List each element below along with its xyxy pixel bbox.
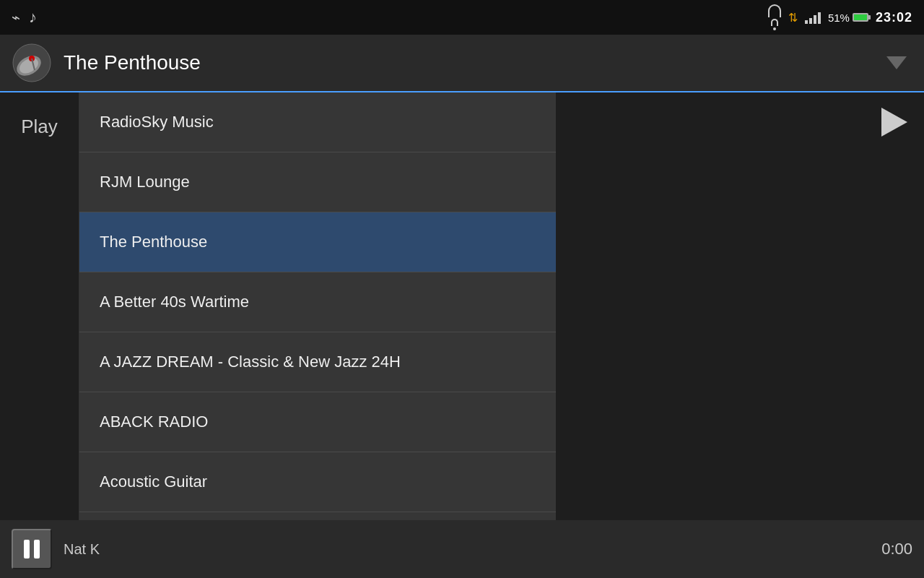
signal-bars xyxy=(805,11,821,24)
bottom-bar: Nat K 0:00 xyxy=(0,520,924,578)
now-playing-text: Nat K xyxy=(64,541,870,558)
list-item-selected[interactable]: The Penthouse xyxy=(79,212,556,272)
dropdown-arrow-icon[interactable] xyxy=(886,56,907,69)
pause-bar-left xyxy=(24,540,30,558)
time-display: 0:00 xyxy=(881,540,912,558)
pause-button[interactable] xyxy=(12,529,52,569)
play-button[interactable] xyxy=(876,104,912,140)
list-item[interactable]: A JAZZ DREAM - Classic & New Jazz 24H xyxy=(79,332,556,392)
pause-bar-right xyxy=(34,540,40,558)
usb-icon: ⌁ xyxy=(12,9,20,26)
play-triangle-icon xyxy=(881,108,907,137)
app-header: The Penthouse xyxy=(0,35,924,92)
status-bar-right: ⇅ 51% 23:02 xyxy=(768,4,912,30)
left-panel: Play xyxy=(0,92,79,520)
clock: 23:02 xyxy=(876,10,912,25)
app-logo xyxy=(12,43,52,83)
battery-icon xyxy=(853,13,868,22)
battery-percent: 51% xyxy=(828,12,850,24)
music-icon: ♪ xyxy=(29,8,37,27)
status-bar-left: ⌁ ♪ xyxy=(12,8,37,27)
list-item[interactable]: A Better 40s Wartime xyxy=(79,272,556,332)
list-item[interactable]: RadioSky Music xyxy=(79,92,556,152)
battery-indicator: 51% xyxy=(828,12,868,24)
main-area: Play RadioSky Music RJM Lounge The Penth… xyxy=(0,92,924,520)
dropdown-list[interactable]: RadioSky Music RJM Lounge The Penthouse … xyxy=(79,92,556,520)
status-bar: ⌁ ♪ ⇅ 51% 23:02 xyxy=(0,0,924,35)
list-item[interactable]: ABACK RADIO xyxy=(79,392,556,452)
wifi-icon xyxy=(768,4,781,30)
right-panel xyxy=(556,92,924,520)
play-label: Play xyxy=(21,116,58,138)
list-item[interactable]: RJM Lounge xyxy=(79,152,556,212)
app-title: The Penthouse xyxy=(64,51,875,74)
data-transfer-icon: ⇅ xyxy=(788,11,798,25)
list-item[interactable]: Acoustic Guitar xyxy=(79,452,556,512)
